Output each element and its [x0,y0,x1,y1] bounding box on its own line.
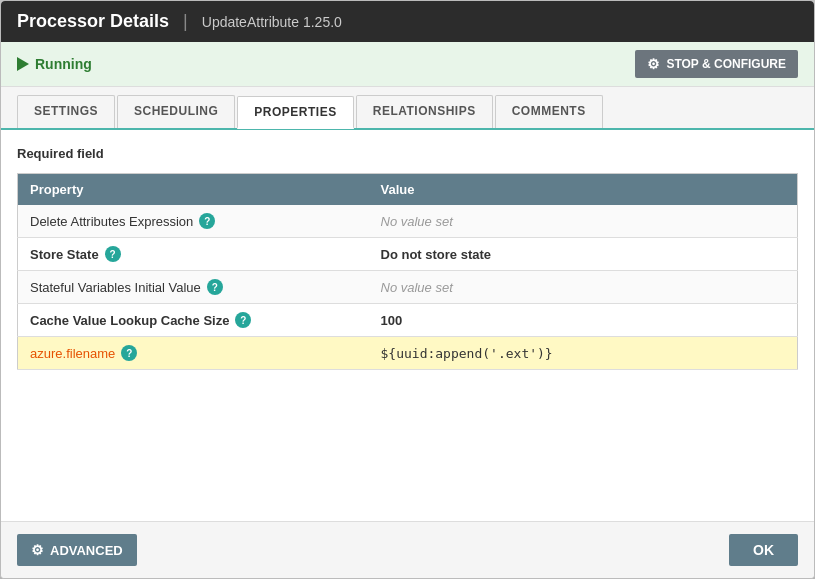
table-row: Store State ? Do not store state [18,238,798,271]
value-cell[interactable]: ${uuid:append('.ext')} [369,337,720,370]
tab-relationships[interactable]: RELATIONSHIPS [356,95,493,128]
action-cell [720,238,798,271]
help-icon[interactable]: ? [199,213,215,229]
help-icon[interactable]: ? [235,312,251,328]
stop-configure-button[interactable]: ⚙ STOP & CONFIGURE [635,50,798,78]
value-cell[interactable]: No value set [369,205,720,238]
stop-configure-label: STOP & CONFIGURE [666,57,786,71]
table-row: Cache Value Lookup Cache Size ? 100 [18,304,798,337]
required-field-label: Required field [17,146,798,161]
content-area: Required field Property Value Delete Att… [1,130,814,521]
tab-properties[interactable]: PROPERTIES [237,96,353,129]
advanced-button[interactable]: ⚙ ADVANCED [17,534,137,566]
property-name: Stateful Variables Initial Value [30,280,201,295]
action-column-header [720,174,798,206]
dialog-subtitle: UpdateAttribute 1.25.0 [202,14,342,30]
advanced-label: ADVANCED [50,543,123,558]
play-icon [17,57,29,71]
dialog-separator: | [183,11,188,32]
running-status: Running [17,56,92,72]
property-column-header: Property [18,174,369,206]
property-name: Delete Attributes Expression [30,214,193,229]
tab-comments[interactable]: COMMENTS [495,95,603,128]
table-row: azure.filename ? ${uuid:append('.ext')} [18,337,798,370]
property-cell: Delete Attributes Expression ? [18,205,369,238]
help-icon[interactable]: ? [207,279,223,295]
property-name: Store State [30,247,99,262]
property-cell: azure.filename ? [18,337,369,370]
ok-button[interactable]: OK [729,534,798,566]
help-icon[interactable]: ? [105,246,121,262]
advanced-gear-icon: ⚙ [31,542,44,558]
action-cell [720,304,798,337]
properties-table: Property Value Delete Attributes Express… [17,173,798,370]
tabs-container: SETTINGS SCHEDULING PROPERTIES RELATIONS… [1,87,814,130]
status-bar: Running ⚙ STOP & CONFIGURE [1,42,814,87]
dialog-title: Processor Details [17,11,169,32]
processor-details-dialog: Processor Details | UpdateAttribute 1.25… [0,0,815,579]
property-cell: Stateful Variables Initial Value ? [18,271,369,304]
table-header-row: Property Value [18,174,798,206]
tab-scheduling[interactable]: SCHEDULING [117,95,235,128]
value-cell[interactable]: 100 [369,304,720,337]
value-cell[interactable]: Do not store state [369,238,720,271]
dialog-footer: ⚙ ADVANCED OK [1,521,814,578]
property-name: azure.filename [30,346,115,361]
tab-settings[interactable]: SETTINGS [17,95,115,128]
running-label: Running [35,56,92,72]
value-cell[interactable]: No value set [369,271,720,304]
action-cell [720,205,798,238]
action-cell [720,271,798,304]
property-name: Cache Value Lookup Cache Size [30,313,229,328]
property-cell: Store State ? [18,238,369,271]
stop-gear-icon: ⚙ [647,56,660,72]
dialog-header: Processor Details | UpdateAttribute 1.25… [1,1,814,42]
help-icon[interactable]: ? [121,345,137,361]
value-column-header: Value [369,174,720,206]
property-cell: Cache Value Lookup Cache Size ? [18,304,369,337]
table-row: Stateful Variables Initial Value ? No va… [18,271,798,304]
table-row: Delete Attributes Expression ? No value … [18,205,798,238]
action-cell [720,337,798,370]
